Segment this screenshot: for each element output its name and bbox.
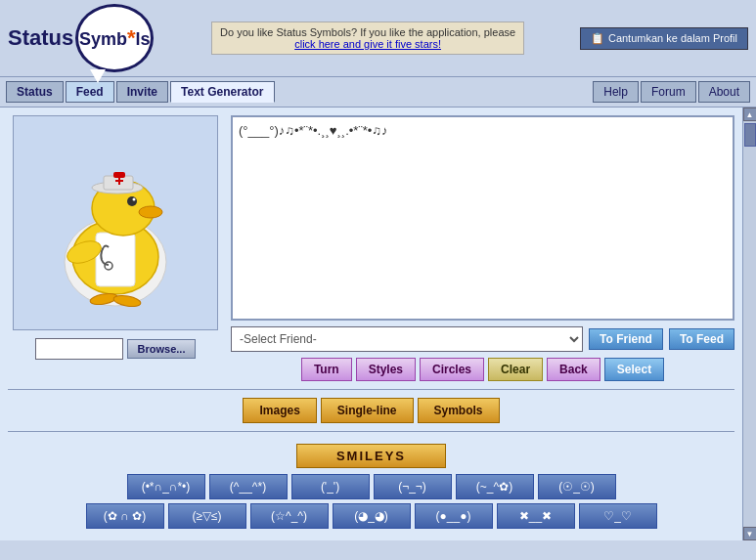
circles-button[interactable]: Circles — [420, 358, 484, 381]
ad-banner: Do you like Status Symbols? If you like … — [211, 22, 524, 55]
smiley-11[interactable]: (●__●) — [415, 503, 493, 529]
back-button[interactable]: Back — [547, 358, 600, 381]
smiley-6[interactable]: (☉_☉) — [538, 474, 616, 499]
controls-row: -Select Friend- To Friend To Feed — [231, 326, 734, 352]
smiley-4[interactable]: (¬_¬) — [374, 474, 452, 499]
duck-container — [13, 115, 218, 330]
single-line-tab[interactable]: Single-line — [321, 398, 414, 423]
file-input-row: Browse... — [35, 338, 197, 360]
action-buttons-row: Turn Styles Circles Clear Back Select — [231, 358, 734, 381]
select-button[interactable]: Select — [604, 358, 664, 381]
svg-point-6 — [133, 198, 136, 201]
ad-link[interactable]: click here and give it five stars! — [294, 38, 441, 50]
cantumkan-label: Cantumkan ke dalam Profil — [608, 32, 737, 44]
smileys-grid: (•*∩_∩*•) (^__^*) ('_') (¬_¬) (~_^✿) (☉_… — [12, 474, 731, 529]
svg-point-7 — [139, 206, 162, 218]
scrollbar-handle[interactable] — [744, 123, 756, 147]
smiley-2[interactable]: (^__^*) — [209, 474, 288, 499]
content-row: Browse... -Select Friend- To Friend To F… — [8, 115, 734, 381]
scrollbar-up-button[interactable]: ▲ — [743, 108, 757, 121]
turn-button[interactable]: Turn — [301, 358, 352, 381]
smiley-5[interactable]: (~_^✿) — [456, 474, 534, 499]
nav-bar: Status Feed Invite Text Generator Help F… — [0, 76, 756, 108]
cantumkan-icon: 📋 — [591, 32, 604, 45]
ad-text: Do you like Status Symbols? If you like … — [220, 26, 515, 38]
tab-invite[interactable]: Invite — [116, 81, 168, 103]
smiley-7[interactable]: (✿ ∩ ✿) — [86, 503, 164, 529]
logo-area: Status Symb*ls — [8, 4, 156, 72]
logo-status: Status — [8, 25, 73, 51]
bottom-tabs: Images Single-line Symbols — [8, 398, 734, 423]
divider-1 — [8, 389, 734, 390]
browse-button[interactable]: Browse... — [127, 339, 197, 359]
smiley-9[interactable]: (☆^_^) — [250, 503, 329, 529]
scrollbar-down-button[interactable]: ▼ — [743, 527, 757, 540]
clear-button[interactable]: Clear — [488, 358, 543, 381]
forum-button[interactable]: Forum — [641, 81, 696, 103]
nav-left: Status Feed Invite Text Generator — [6, 81, 275, 103]
content-wrapper: Browse... -Select Friend- To Friend To F… — [0, 108, 756, 540]
smiley-1[interactable]: (•*∩_∩*•) — [127, 474, 205, 499]
to-feed-button[interactable]: To Feed — [669, 328, 734, 350]
header: Status Symb*ls Do you like Status Symbol… — [0, 0, 756, 76]
divider-2 — [8, 431, 734, 432]
smiley-8[interactable]: (≥▽≤) — [168, 503, 246, 529]
friend-select[interactable]: -Select Friend- — [231, 326, 583, 352]
smiley-13[interactable]: ♡_♡ — [579, 503, 657, 529]
logo-ls: ls — [136, 29, 151, 49]
smiley-3[interactable]: ('_') — [291, 474, 370, 499]
right-panel: -Select Friend- To Friend To Feed Turn S… — [231, 115, 734, 381]
smileys-section: Smileys (•*∩_∩*•) (^__^*) ('_') (¬_¬) (~… — [8, 440, 734, 533]
help-button[interactable]: Help — [593, 81, 639, 103]
to-friend-button[interactable]: To Friend — [589, 328, 663, 350]
svg-rect-12 — [115, 180, 123, 182]
tab-text-generator[interactable]: Text Generator — [170, 81, 274, 103]
smileys-header-row: Smileys — [12, 444, 731, 468]
logo-inner: Symb*ls — [79, 25, 151, 51]
images-tab[interactable]: Images — [243, 398, 316, 423]
logo-asterisk: * — [127, 25, 136, 50]
smiley-10[interactable]: (◕_◕) — [333, 503, 411, 529]
smileys-row-2: (✿ ∩ ✿) (≥▽≤) (☆^_^) (◕_◕) (●__●) ✖__✖ ♡… — [16, 503, 727, 529]
nav-right: Help Forum About — [593, 81, 750, 103]
tab-status[interactable]: Status — [6, 81, 64, 103]
about-button[interactable]: About — [698, 81, 750, 103]
smileys-title: Smileys — [296, 444, 446, 468]
logo-symb: Symb — [79, 29, 127, 49]
logo-text: Status Symb*ls — [8, 4, 156, 72]
svg-point-5 — [127, 196, 137, 206]
right-scrollbar: ▲ ▼ — [742, 108, 756, 540]
file-input[interactable] — [35, 338, 123, 360]
symbols-tab[interactable]: Symbols — [418, 398, 500, 423]
scrollbar-track — [743, 121, 757, 527]
tab-feed[interactable]: Feed — [66, 81, 114, 103]
smiley-12[interactable]: ✖__✖ — [497, 503, 575, 529]
logo-bubble: Symb*ls — [75, 4, 154, 72]
main-scrollable: Browse... -Select Friend- To Friend To F… — [0, 108, 742, 540]
left-panel: Browse... — [8, 115, 223, 360]
duck-image — [37, 135, 194, 311]
main-content: Browse... -Select Friend- To Friend To F… — [0, 108, 742, 540]
text-area[interactable] — [231, 115, 734, 321]
smileys-row-1: (•*∩_∩*•) (^__^*) ('_') (¬_¬) (~_^✿) (☉_… — [16, 474, 727, 499]
cantumkan-button[interactable]: 📋 Cantumkan ke dalam Profil — [580, 27, 748, 50]
styles-button[interactable]: Styles — [356, 358, 416, 381]
